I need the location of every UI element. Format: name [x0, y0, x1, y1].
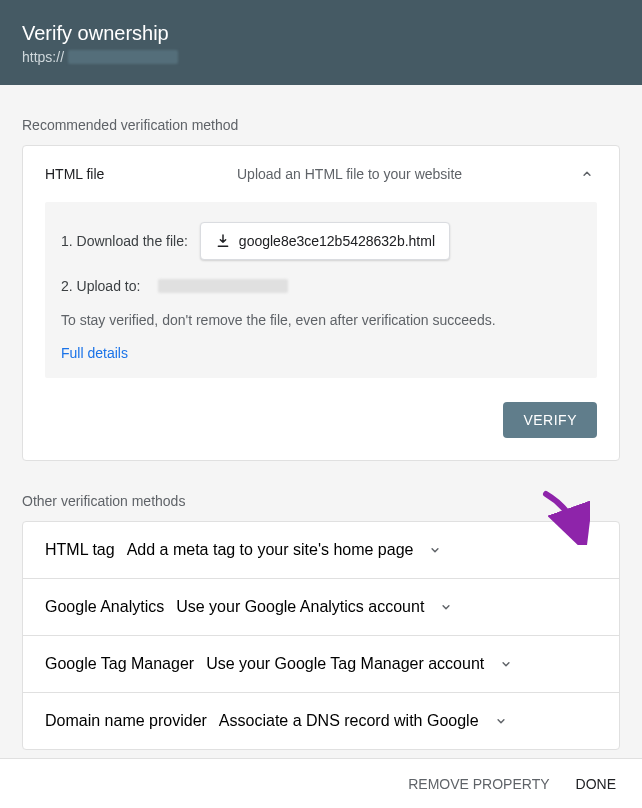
method-title: Google Tag Manager — [45, 655, 194, 673]
chevron-down-icon — [436, 597, 456, 617]
step-2: 2. Upload to: — [61, 278, 581, 294]
method-desc: Use your Google Analytics account — [176, 598, 424, 616]
method-title: HTML file — [45, 166, 225, 182]
chevron-down-icon — [491, 711, 511, 731]
method-desc: Add a meta tag to your site's home page — [127, 541, 414, 559]
other-methods-list: HTML tag Add a meta tag to your site's h… — [22, 521, 620, 750]
verify-row: VERIFY — [23, 390, 619, 460]
verification-steps-panel: 1. Download the file: google8e3ce12b5428… — [45, 202, 597, 378]
recommended-method-card: HTML file Upload an HTML file to your we… — [22, 145, 620, 461]
download-file-button[interactable]: google8e3ce12b5428632b.html — [200, 222, 450, 260]
chevron-down-icon — [496, 654, 516, 674]
method-title: Domain name provider — [45, 712, 207, 730]
method-desc: Use your Google Tag Manager account — [206, 655, 484, 673]
method-title: Google Analytics — [45, 598, 164, 616]
url-prefix: https:// — [22, 49, 64, 65]
step-1-label: 1. Download the file: — [61, 233, 188, 249]
done-button[interactable]: DONE — [576, 776, 616, 792]
chevron-down-icon — [425, 540, 445, 560]
verification-note: To stay verified, don't remove the file,… — [61, 312, 581, 328]
method-desc: Associate a DNS record with Google — [219, 712, 479, 730]
redacted-domain — [68, 50, 178, 64]
method-domain-name-provider[interactable]: Domain name provider Associate a DNS rec… — [23, 693, 619, 749]
full-details-link[interactable]: Full details — [61, 345, 128, 361]
property-url: https:// — [22, 49, 620, 65]
recommended-section-label: Recommended verification method — [0, 85, 642, 145]
download-icon — [215, 233, 231, 249]
dialog-footer: REMOVE PROPERTY DONE — [0, 758, 642, 808]
remove-property-button[interactable]: REMOVE PROPERTY — [408, 776, 549, 792]
method-html-tag[interactable]: HTML tag Add a meta tag to your site's h… — [23, 522, 619, 579]
page-title: Verify ownership — [22, 22, 620, 45]
verify-button[interactable]: VERIFY — [503, 402, 597, 438]
method-google-analytics[interactable]: Google Analytics Use your Google Analyti… — [23, 579, 619, 636]
method-desc: Upload an HTML file to your website — [237, 166, 565, 182]
method-title: HTML tag — [45, 541, 115, 559]
chevron-up-icon — [577, 164, 597, 184]
dialog-header: Verify ownership https:// — [0, 0, 642, 85]
step-1: 1. Download the file: google8e3ce12b5428… — [61, 222, 581, 260]
download-filename: google8e3ce12b5428632b.html — [239, 233, 435, 249]
other-section-label: Other verification methods — [0, 461, 642, 521]
method-google-tag-manager[interactable]: Google Tag Manager Use your Google Tag M… — [23, 636, 619, 693]
redacted-upload-target — [158, 279, 288, 293]
html-file-method-header[interactable]: HTML file Upload an HTML file to your we… — [23, 146, 619, 202]
step-2-label: 2. Upload to: — [61, 278, 140, 294]
